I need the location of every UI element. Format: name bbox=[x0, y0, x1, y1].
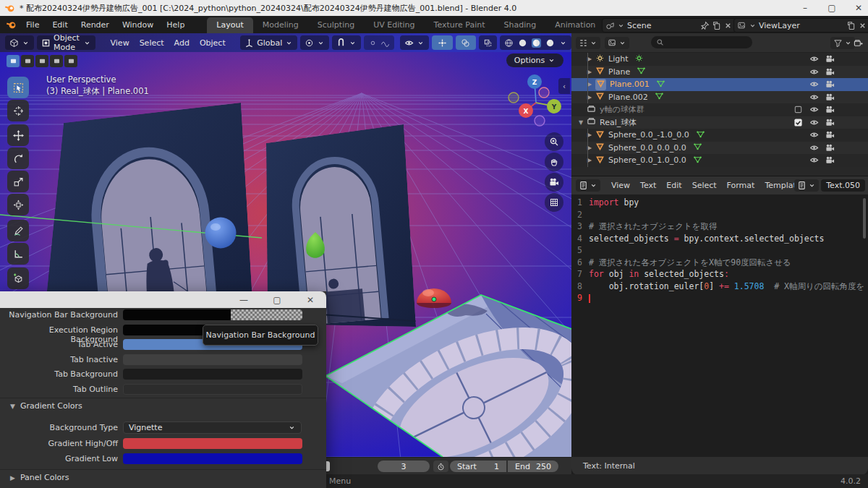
mode-dropdown[interactable]: Object Mode bbox=[37, 35, 95, 50]
filter-dropdown[interactable] bbox=[830, 37, 855, 49]
topbar-menu-edit[interactable]: Edit bbox=[46, 18, 74, 32]
xray-toggle[interactable] bbox=[479, 35, 497, 50]
topbar-menu-render[interactable]: Render bbox=[75, 18, 116, 32]
outliner-row-collection[interactable]: ▼Real_球体 bbox=[571, 116, 868, 129]
code-line[interactable]: 5 bbox=[571, 245, 868, 257]
new-collection-icon[interactable] bbox=[854, 38, 863, 48]
solid-shading-icon[interactable] bbox=[518, 38, 527, 48]
scene-selector[interactable]: Scene bbox=[602, 18, 736, 33]
object-name[interactable]: Sphere_0.0_1.0_0.0 bbox=[608, 155, 686, 165]
close-icon[interactable] bbox=[723, 21, 733, 30]
collection-checkbox[interactable] bbox=[793, 118, 803, 127]
pivot-dropdown[interactable] bbox=[300, 35, 329, 50]
proportional-editing-toggle[interactable] bbox=[364, 35, 394, 50]
axis-neg-y-handle[interactable] bbox=[509, 93, 519, 103]
gradient-colors-section-header[interactable]: ▼Gradient Colors bbox=[10, 401, 82, 411]
hide-viewport-icon[interactable] bbox=[809, 105, 819, 114]
camera-view-button[interactable] bbox=[545, 173, 563, 192]
workspace-tab-layout[interactable]: Layout bbox=[207, 17, 252, 33]
gizmos-toggle[interactable] bbox=[432, 35, 452, 50]
text-datablock-button[interactable] bbox=[794, 179, 819, 192]
preferences-titlebar[interactable]: — ▢ ✕ bbox=[0, 291, 326, 308]
orientation-dropdown[interactable]: Global bbox=[240, 35, 297, 50]
snap-toggle[interactable] bbox=[332, 35, 361, 50]
axis-neg-x-handle[interactable] bbox=[539, 87, 549, 98]
select-mode-invert[interactable] bbox=[50, 55, 63, 67]
outliner-row-object[interactable]: ▶Plane.001 bbox=[571, 78, 868, 91]
object-name[interactable]: Plane.002 bbox=[608, 93, 648, 102]
outliner-row-object[interactable]: ▶Sphere_0.0_-1.0_0.0 bbox=[571, 129, 868, 142]
maximize-button[interactable]: ▢ bbox=[820, 0, 844, 16]
hide-viewport-icon[interactable] bbox=[809, 80, 819, 89]
hide-viewport-icon[interactable] bbox=[809, 67, 819, 77]
disable-render-icon[interactable] bbox=[825, 130, 835, 140]
blue-sphere-object[interactable] bbox=[205, 218, 237, 249]
hide-viewport-icon[interactable] bbox=[809, 130, 819, 140]
minimize-button[interactable]: — bbox=[229, 291, 258, 308]
disable-render-icon[interactable] bbox=[825, 54, 835, 64]
workspace-tab-uv-editing[interactable]: UV Editing bbox=[364, 17, 424, 33]
chevron-down-icon[interactable] bbox=[559, 39, 567, 47]
disable-render-icon[interactable] bbox=[825, 105, 835, 114]
color-swatch[interactable] bbox=[123, 384, 302, 395]
viewlayer-selector[interactable]: ViewLayer bbox=[733, 18, 868, 33]
status-menu-label[interactable]: Menu bbox=[329, 476, 351, 486]
axis-neg-z-handle[interactable] bbox=[535, 116, 545, 126]
color-swatch[interactable] bbox=[123, 369, 302, 380]
select-mode-subtract[interactable] bbox=[35, 55, 48, 67]
visibility-dropdown[interactable] bbox=[400, 35, 429, 50]
outliner-search-input[interactable] bbox=[651, 36, 752, 48]
code-scrollbar[interactable] bbox=[863, 198, 866, 239]
code-line[interactable]: 8 obj.rotation_euler[0] += 1.5708 # X軸周り… bbox=[571, 281, 868, 294]
scene-name[interactable]: Scene bbox=[627, 21, 652, 30]
select-mode-intersect[interactable] bbox=[64, 55, 77, 67]
close-icon[interactable] bbox=[858, 21, 867, 30]
disable-render-icon[interactable] bbox=[825, 143, 835, 153]
topbar-menu-help[interactable]: Help bbox=[160, 18, 191, 32]
blender-menu-icon[interactable] bbox=[6, 20, 17, 30]
outliner-row-object[interactable]: ▶Plane.002 bbox=[571, 91, 868, 104]
editor-type-button[interactable] bbox=[5, 35, 34, 50]
select-mode-extend[interactable] bbox=[21, 55, 34, 67]
filter-image-dropdown[interactable] bbox=[605, 37, 629, 49]
object-name[interactable]: Sphere_0.0_-1.0_0.0 bbox=[608, 130, 689, 140]
topbar-menu-file[interactable]: File bbox=[20, 18, 46, 32]
collection-name[interactable]: y軸の球体群 bbox=[600, 104, 644, 115]
ortho-toggle-button[interactable] bbox=[545, 193, 563, 212]
text-menu-select[interactable]: Select bbox=[687, 179, 722, 192]
disable-render-icon[interactable] bbox=[825, 80, 835, 89]
editor-type-button[interactable] bbox=[576, 179, 600, 192]
rendered-shading-icon[interactable] bbox=[545, 38, 555, 48]
viewlayer-name[interactable]: ViewLayer bbox=[759, 21, 800, 30]
frame-end-field[interactable]: End250 bbox=[508, 461, 558, 472]
text-menu-text[interactable]: Text bbox=[635, 179, 661, 192]
frame-start-field[interactable]: Start1 bbox=[450, 461, 506, 472]
viewport-menu-select[interactable]: Select bbox=[135, 36, 169, 50]
navigation-gizmo[interactable]: Z Y X bbox=[506, 72, 566, 132]
tool-add-cube[interactable] bbox=[7, 267, 29, 289]
zoom-button[interactable] bbox=[545, 132, 563, 151]
workspace-tab-animation[interactable]: Animation bbox=[545, 17, 605, 33]
object-name[interactable]: Plane bbox=[608, 67, 630, 77]
outliner-row-object[interactable]: ▶Plane bbox=[571, 66, 868, 79]
copy-icon[interactable] bbox=[712, 21, 721, 30]
collection-checkbox[interactable] bbox=[793, 105, 803, 114]
disable-render-icon[interactable] bbox=[825, 93, 835, 102]
object-name[interactable]: Plane.001 bbox=[610, 80, 650, 89]
gradient-high-swatch[interactable] bbox=[123, 438, 302, 449]
hide-viewport-icon[interactable] bbox=[809, 93, 819, 102]
close-button[interactable]: ✕ bbox=[296, 291, 325, 308]
code-area[interactable]: 1import bpy23# 選択されたオブジェクトを取得4selected_o… bbox=[571, 194, 868, 460]
outliner-row-object[interactable]: ▶Sphere_0.0_1.0_0.0 bbox=[571, 154, 868, 167]
color-swatch[interactable] bbox=[123, 309, 302, 320]
tool-transform[interactable] bbox=[7, 194, 29, 215]
collection-name[interactable]: Real_球体 bbox=[600, 117, 637, 128]
topbar-menu-window[interactable]: Window bbox=[116, 18, 160, 32]
material-shading-icon[interactable] bbox=[532, 38, 541, 48]
maximize-button[interactable]: ▢ bbox=[263, 291, 292, 308]
code-line[interactable]: 2 bbox=[571, 210, 868, 222]
tool-rotate[interactable] bbox=[7, 147, 29, 169]
object-name[interactable]: Light bbox=[608, 54, 628, 64]
code-line[interactable]: 6# 選択された各オブジェクトをX軸で90度回転させる bbox=[571, 257, 868, 270]
viewport-menu-object[interactable]: Object bbox=[195, 36, 231, 50]
